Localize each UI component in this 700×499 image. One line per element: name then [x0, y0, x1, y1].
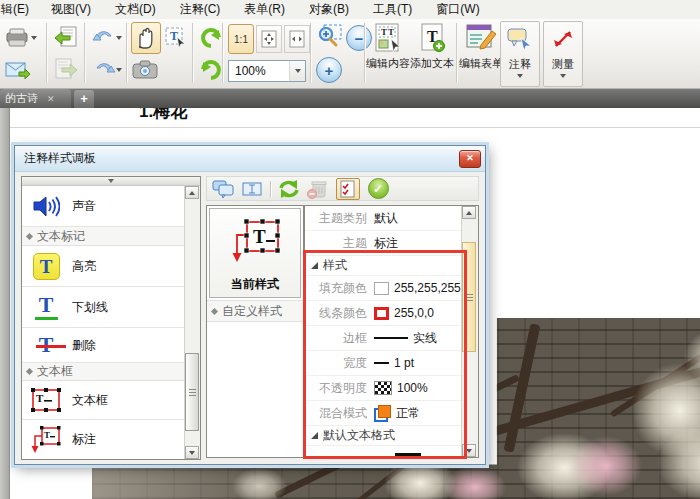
dialog-close-button[interactable]: ✕	[459, 150, 481, 168]
list-item-callout[interactable]: T 标注	[22, 420, 185, 458]
hand-tool-button[interactable]	[131, 22, 161, 54]
fit-width-icon	[289, 30, 305, 48]
add-text-icon: T	[418, 21, 446, 55]
rotate-left-button[interactable]	[197, 24, 225, 52]
property-value[interactable]: 实线	[374, 330, 437, 347]
menu-object[interactable]: 对象(B)	[297, 1, 361, 18]
property-value[interactable]: 1 pt	[374, 356, 414, 370]
comment-tools-button[interactable]: 注释	[500, 21, 540, 87]
list-item-sound[interactable]: 声音	[22, 186, 185, 227]
main-toolbar: T 1:1	[0, 19, 700, 89]
zoom-level-combobox[interactable]: 100%	[228, 60, 306, 82]
current-style-item[interactable]: T 当前样式	[209, 208, 301, 298]
redo-button[interactable]	[90, 56, 124, 84]
comment-type-list: 声音 文本标记 T 高亮 T 下划线	[21, 176, 201, 460]
menu-window[interactable]: 窗口(W)	[424, 1, 491, 18]
menu-tools[interactable]: 工具(T)	[361, 1, 424, 18]
property-rows: 主题类别 默认 主题 标注 样式 填充颜色 255,255,255	[305, 206, 462, 457]
list-item-textbox[interactable]: T 文本框	[22, 381, 185, 420]
select-text-button[interactable]: T	[162, 24, 190, 52]
scroll-down-button[interactable]	[185, 446, 199, 459]
comment-popup-button[interactable]	[212, 179, 234, 199]
svg-text:T: T	[381, 27, 387, 37]
text-format-line-preview	[395, 453, 421, 457]
tab-close-icon[interactable]: ✕	[47, 94, 55, 104]
list-item-underline[interactable]: T 下划线	[22, 287, 185, 328]
scroll-up-button[interactable]	[462, 206, 476, 219]
property-value[interactable]: 标注	[374, 235, 398, 252]
diamond-bullet-icon	[26, 232, 33, 239]
refresh-styles-button[interactable]	[278, 179, 300, 199]
delete-style-button[interactable]	[307, 179, 329, 199]
property-value[interactable]: 255,255,255	[374, 281, 461, 295]
menu-edit[interactable]: 辑(E)	[0, 1, 39, 18]
list-header-textbox[interactable]: 文本框	[22, 363, 185, 381]
measure-tools-button[interactable]: 测量	[543, 21, 583, 87]
fit-page-button[interactable]	[256, 25, 282, 53]
menu-comment[interactable]: 注释(C)	[168, 1, 233, 18]
zoom-level-value: 100%	[229, 64, 289, 78]
line-color-swatch[interactable]	[374, 307, 389, 320]
comment-tools-label: 注释	[509, 57, 531, 72]
fill-color-swatch[interactable]	[374, 282, 389, 295]
property-row-opacity: 不透明度 100%	[305, 376, 462, 401]
textfield-style-button[interactable]	[241, 179, 263, 199]
toolbar-separator	[84, 23, 85, 83]
properties-scrollbar[interactable]	[461, 206, 478, 457]
list-item-label: 声音	[72, 198, 96, 215]
marquee-zoom-button[interactable]	[315, 23, 343, 51]
apply-style-button[interactable]: ✓	[367, 179, 389, 199]
custom-styles-header[interactable]: 自定义样式	[207, 300, 303, 322]
scroll-down-button[interactable]	[462, 444, 476, 457]
property-value[interactable]: 正常	[374, 405, 420, 422]
snapshot-button[interactable]	[131, 56, 159, 84]
list-header-text-markup[interactable]: 文本标记	[22, 227, 185, 246]
print-button[interactable]	[4, 24, 38, 52]
menu-form[interactable]: 表单(R)	[232, 1, 297, 18]
list-scrollbar-thumb[interactable]	[185, 353, 199, 431]
properties-scrollbar-thumb[interactable]	[462, 242, 476, 352]
navigation-splitter[interactable]	[0, 108, 10, 499]
undo-button[interactable]	[90, 24, 124, 52]
property-value[interactable]: 255,0,0	[374, 306, 434, 320]
svg-text:T: T	[253, 226, 266, 247]
new-tab-button[interactable]: +	[74, 90, 94, 108]
style-checklist-button[interactable]	[336, 178, 360, 200]
property-label: 宽度	[305, 355, 374, 372]
fit-width-button[interactable]	[284, 25, 310, 53]
add-text-button[interactable]: T 添加文本	[410, 21, 454, 85]
dialog-toolbar: ✓	[206, 176, 479, 201]
document-tab[interactable]: 的古诗 ✕	[0, 89, 71, 108]
section-header-default-text-format[interactable]: 默认文本格式	[305, 426, 462, 446]
trash-icon	[307, 179, 329, 199]
list-item-highlight[interactable]: T 高亮	[22, 246, 185, 287]
property-row-line-color: 线条颜色 255,0,0	[305, 301, 462, 326]
menu-document[interactable]: 文档(D)	[103, 1, 168, 18]
textfield-icon	[241, 182, 263, 196]
list-collapse-handle[interactable]	[22, 177, 200, 186]
edit-content-button[interactable]: T T 编辑内容	[366, 21, 410, 85]
edit-form-button[interactable]: 编辑表单	[459, 21, 503, 85]
previous-view-button[interactable]	[52, 24, 80, 52]
property-value[interactable]: 默认	[374, 210, 398, 227]
property-label: 线条颜色	[305, 305, 374, 322]
list-scrollbar[interactable]	[184, 186, 200, 459]
list-header-label: 文本标记	[37, 228, 85, 245]
redo-icon	[92, 60, 116, 80]
property-row-fill-color: 填充颜色 255,255,255	[305, 276, 462, 301]
rotate-right-icon	[199, 58, 223, 82]
email-button[interactable]	[4, 56, 32, 84]
zoom-in-button[interactable]: +	[315, 56, 343, 84]
next-view-button[interactable]	[52, 56, 80, 84]
app-window: 辑(E) 视图(V) 文档(D) 注释(C) 表单(R) 对象(B) 工具(T)…	[0, 0, 700, 499]
property-value[interactable]: 100%	[374, 381, 428, 395]
list-item-strikeout[interactable]: T 删除	[22, 328, 185, 363]
border-style-preview	[374, 337, 408, 339]
menu-view[interactable]: 视图(V)	[39, 1, 103, 18]
dialog-title-bar[interactable]: 注释样式调板	[15, 146, 485, 172]
rotate-right-button[interactable]	[197, 56, 225, 84]
scroll-up-button[interactable]	[185, 186, 199, 199]
section-header-style[interactable]: 样式	[305, 256, 462, 276]
zoom-combo-arrow[interactable]	[289, 61, 305, 81]
actual-size-button[interactable]: 1:1	[228, 24, 254, 54]
